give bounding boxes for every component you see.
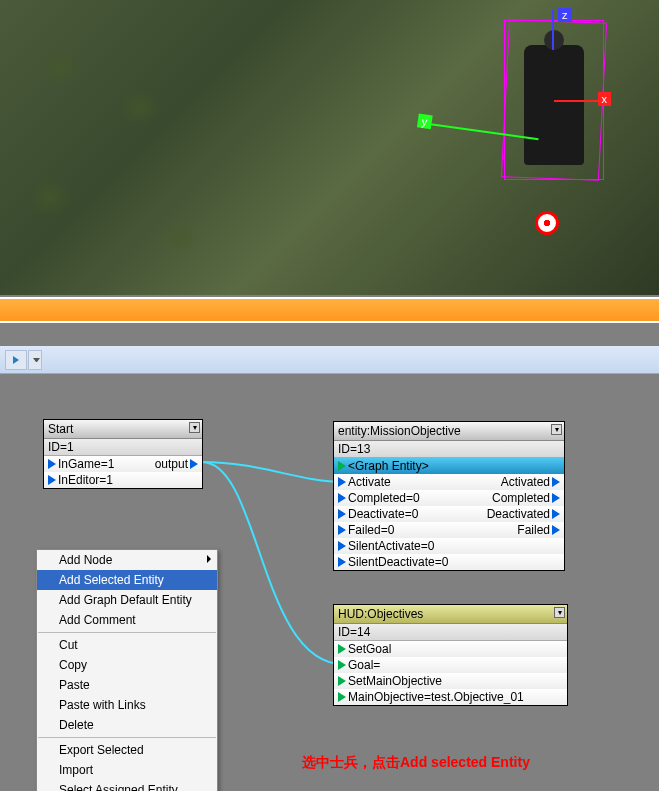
node-title: entity:MissionObjective: [338, 424, 461, 438]
port-in-icon[interactable]: [338, 676, 346, 686]
port-label: Activate: [348, 475, 391, 489]
node-port-row: Deactivate=0 Deactivated: [334, 506, 564, 522]
port-label: Deactivated: [487, 507, 550, 521]
node-title: HUD:Objectives: [338, 607, 423, 621]
node-port-row: Activate Activated: [334, 474, 564, 490]
port-label: InEditor=1: [58, 473, 113, 487]
collapse-icon[interactable]: ▾: [551, 424, 562, 435]
port-label: InGame=1: [58, 457, 114, 471]
menu-label: Add Node: [59, 553, 112, 567]
menu-import[interactable]: Import: [37, 760, 217, 780]
menu-paste-with-links[interactable]: Paste with Links: [37, 695, 217, 715]
menu-cut[interactable]: Cut: [37, 635, 217, 655]
graph-entity-row[interactable]: <Graph Entity>: [334, 458, 564, 474]
node-port-row: MainObjective=test.Objective_01: [334, 689, 567, 705]
gizmo-z-axis[interactable]: [552, 10, 554, 50]
context-menu: Add Node Add Selected Entity Add Graph D…: [36, 549, 218, 791]
menu-separator: [38, 737, 216, 738]
menu-copy[interactable]: Copy: [37, 655, 217, 675]
terrain-grass: [120, 90, 160, 125]
node-port-row: InGame=1 output: [44, 456, 202, 472]
node-port-row: SetMainObjective: [334, 673, 567, 689]
nav-forward-button[interactable]: [5, 350, 27, 370]
menu-select-assigned-entity[interactable]: Select Assigned Entity: [37, 780, 217, 791]
port-out-icon[interactable]: [552, 477, 560, 487]
node-port-row: InEditor=1: [44, 472, 202, 488]
instruction-annotation: 选中士兵，点击Add selected Entity: [302, 754, 530, 772]
port-label: Deactivate=0: [348, 507, 418, 521]
node-port-row: SilentDeactivate=0: [334, 554, 564, 570]
port-in-icon[interactable]: [338, 509, 346, 519]
port-label: SetGoal: [348, 642, 391, 656]
port-in-icon[interactable]: [338, 477, 346, 487]
port-label: Failed: [517, 523, 550, 537]
port-in-icon[interactable]: [48, 475, 56, 485]
node-port-row: Failed=0 Failed: [334, 522, 564, 538]
node-start[interactable]: Start ▾ ID=1 InGame=1 output InEditor=1: [43, 419, 203, 489]
port-label: SilentActivate=0: [348, 539, 434, 553]
port-label: Completed=0: [348, 491, 420, 505]
node-hud-objectives[interactable]: HUD:Objectives ▾ ID=14 SetGoal Goal= Set…: [333, 604, 568, 706]
soldier-entity[interactable]: [524, 45, 584, 165]
terrain-grass: [160, 220, 200, 255]
port-in-icon[interactable]: [338, 461, 346, 471]
node-port-row: Goal=: [334, 657, 567, 673]
gizmo-x-axis[interactable]: [554, 100, 609, 102]
menu-delete[interactable]: Delete: [37, 715, 217, 735]
port-out-icon[interactable]: [552, 493, 560, 503]
port-label: <Graph Entity>: [348, 459, 429, 473]
node-mission-objective[interactable]: entity:MissionObjective ▾ ID=13 <Graph E…: [333, 421, 565, 571]
nav-dropdown-button[interactable]: [28, 350, 42, 370]
collapse-icon[interactable]: ▾: [554, 607, 565, 618]
menu-add-graph-default-entity[interactable]: Add Graph Default Entity: [37, 590, 217, 610]
port-label: MainObjective=test.Objective_01: [348, 690, 524, 704]
flowgraph-toolbar: [0, 346, 659, 374]
port-in-icon[interactable]: [338, 541, 346, 551]
menu-add-node[interactable]: Add Node: [37, 550, 217, 570]
3d-viewport[interactable]: [0, 0, 659, 295]
submenu-arrow-icon: [207, 555, 211, 563]
port-label: SilentDeactivate=0: [348, 555, 448, 569]
port-in-icon[interactable]: [338, 692, 346, 702]
node-title: Start: [48, 422, 73, 436]
terrain-grass: [30, 180, 70, 215]
arrow-right-icon: [13, 356, 19, 364]
node-port-row: Completed=0 Completed: [334, 490, 564, 506]
chevron-down-icon: [33, 358, 40, 362]
node-port-row: SilentActivate=0: [334, 538, 564, 554]
node-header[interactable]: Start ▾: [44, 420, 202, 439]
port-out-icon[interactable]: [190, 459, 198, 469]
port-out-icon[interactable]: [552, 509, 560, 519]
menu-separator: [38, 632, 216, 633]
menu-export-selected[interactable]: Export Selected: [37, 740, 217, 760]
port-label: Completed: [492, 491, 550, 505]
node-id: ID=14: [334, 624, 567, 641]
node-header[interactable]: entity:MissionObjective ▾: [334, 422, 564, 441]
node-port-row: SetGoal: [334, 641, 567, 657]
port-in-icon[interactable]: [338, 644, 346, 654]
port-in-icon[interactable]: [338, 557, 346, 567]
port-label: SetMainObjective: [348, 674, 442, 688]
port-in-icon[interactable]: [338, 525, 346, 535]
port-in-icon[interactable]: [48, 459, 56, 469]
port-label: Failed=0: [348, 523, 394, 537]
flowgraph-canvas[interactable]: Start ▾ ID=1 InGame=1 output InEditor=1 …: [0, 374, 659, 791]
target-reticle-icon: [535, 211, 559, 235]
node-id: ID=1: [44, 439, 202, 456]
separator-bar: [0, 297, 659, 323]
port-in-icon[interactable]: [338, 493, 346, 503]
port-label: Activated: [501, 475, 550, 489]
menu-add-selected-entity[interactable]: Add Selected Entity: [37, 570, 217, 590]
port-out-icon[interactable]: [552, 525, 560, 535]
port-label: output: [155, 457, 188, 471]
terrain-grass: [40, 50, 80, 85]
collapse-icon[interactable]: ▾: [189, 422, 200, 433]
port-label: Goal=: [348, 658, 380, 672]
node-header[interactable]: HUD:Objectives ▾: [334, 605, 567, 624]
node-id: ID=13: [334, 441, 564, 458]
menu-add-comment[interactable]: Add Comment: [37, 610, 217, 630]
menu-paste[interactable]: Paste: [37, 675, 217, 695]
port-in-icon[interactable]: [338, 660, 346, 670]
